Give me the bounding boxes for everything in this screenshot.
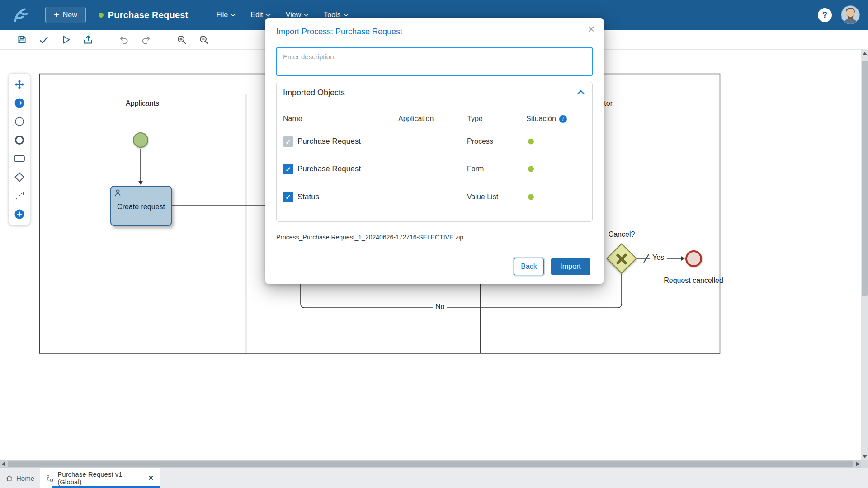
vertical-scrollbar[interactable] <box>861 50 868 460</box>
info-icon[interactable]: i <box>559 115 567 123</box>
active-tab-indicator <box>52 486 160 488</box>
start-event-tool[interactable] <box>12 114 27 129</box>
table-row: ✓ Purchase Request Process <box>277 128 592 155</box>
process-icon <box>46 474 53 482</box>
import-file-name: Process_Purchase Request_1_20240626-1727… <box>276 234 463 241</box>
row-name: Status <box>297 192 319 202</box>
tab-close-icon[interactable]: ✕ <box>148 474 154 482</box>
active-tab-label: Purchase Request v1 (Global) <box>57 470 144 486</box>
scroll-down-arrow[interactable] <box>863 455 867 458</box>
vertical-scroll-thumb[interactable] <box>862 61 868 296</box>
app-logo-icon[interactable] <box>11 5 30 24</box>
situation-label: Situación <box>526 115 556 123</box>
bottom-tab-bar: Home Purchase Request v1 (Global) ✕ <box>0 468 868 488</box>
zoom-out-button[interactable] <box>196 32 212 48</box>
row-type: Form <box>467 165 484 173</box>
app-window: + New Purchase Request File Edit View To… <box>0 0 868 488</box>
status-dot <box>528 194 534 200</box>
chevron-up-icon <box>577 90 585 95</box>
row-checkbox[interactable]: ✓ <box>283 164 293 174</box>
publish-button[interactable] <box>80 32 96 48</box>
table-row: ✓ Status Value List <box>277 183 592 211</box>
scroll-left-arrow[interactable] <box>2 462 5 466</box>
scroll-up-arrow[interactable] <box>863 52 867 55</box>
zoom-out-icon <box>198 34 209 45</box>
save-button[interactable] <box>14 32 30 48</box>
column-header-type: Type <box>467 115 483 123</box>
undo-button[interactable] <box>116 32 132 48</box>
end-event-node[interactable] <box>685 250 702 267</box>
scrollbar-corner <box>861 460 868 468</box>
imported-objects-panel: Imported Objects Name Application Type S… <box>276 82 593 222</box>
task-tool[interactable] <box>12 151 27 166</box>
rounded-rect-icon <box>14 154 25 164</box>
shape-palette <box>9 74 30 225</box>
arrow-circle-icon <box>14 98 25 108</box>
play-icon <box>61 34 71 45</box>
zoom-in-button[interactable] <box>174 32 190 48</box>
row-type: Value List <box>467 193 498 201</box>
task-create-request[interactable]: Create request <box>110 186 172 226</box>
column-header-situation: Situación i <box>526 115 567 123</box>
gateway-cancel-node[interactable] <box>606 243 637 274</box>
diamond-icon <box>14 172 25 183</box>
menu-file[interactable]: File <box>216 11 236 19</box>
end-event-tool[interactable] <box>12 133 27 147</box>
menu-file-label: File <box>216 11 228 19</box>
connector-icon <box>14 190 25 201</box>
home-icon <box>5 474 13 482</box>
chevron-down-icon <box>266 14 271 17</box>
import-button[interactable]: Import <box>551 258 590 275</box>
new-button[interactable]: + New <box>45 7 86 23</box>
chevron-down-icon <box>304 14 309 17</box>
user-avatar[interactable] <box>841 5 860 24</box>
chevron-down-icon <box>344 14 349 17</box>
user-task-icon <box>114 189 123 199</box>
row-checkbox-disabled: ✓ <box>283 136 293 147</box>
collapse-panel-button[interactable] <box>577 90 585 95</box>
dialog-title: Import Process: Purchase Request <box>276 27 402 37</box>
export-icon <box>83 34 94 45</box>
start-event-node[interactable] <box>133 132 148 148</box>
new-button-label: New <box>63 11 77 19</box>
move-tool[interactable] <box>12 77 27 92</box>
tab-purchase-request[interactable]: Purchase Request v1 (Global) ✕ <box>40 468 160 488</box>
horizontal-scroll-thumb[interactable] <box>8 461 853 467</box>
panel-title: Imported Objects <box>283 88 345 98</box>
thin-circle-icon <box>14 116 25 127</box>
zoom-in-icon <box>176 34 187 45</box>
status-dot <box>528 139 534 145</box>
check-icon <box>38 34 49 45</box>
move-icon <box>14 79 25 90</box>
lane-label-applicants: Applicants <box>97 99 188 108</box>
header-right: ? <box>818 5 860 24</box>
tab-home[interactable]: Home <box>0 468 40 488</box>
add-shape-tool[interactable] <box>12 207 27 221</box>
status-dot <box>528 166 534 172</box>
menu-edit-label: Edit <box>250 11 263 19</box>
run-button[interactable] <box>58 32 74 48</box>
plus-circle-icon <box>14 209 25 220</box>
sequence-flow-tool[interactable] <box>12 96 27 110</box>
help-button[interactable]: ? <box>818 8 832 22</box>
scroll-right-arrow[interactable] <box>856 462 859 466</box>
undo-icon <box>118 34 129 45</box>
column-header-name: Name <box>283 115 302 123</box>
gateway-tool[interactable] <box>12 170 27 184</box>
annotation-tool[interactable] <box>12 188 27 203</box>
end-event-label: Request cancelled <box>644 277 743 285</box>
save-icon <box>17 34 27 45</box>
horizontal-scrollbar[interactable] <box>0 460 861 468</box>
row-checkbox[interactable]: ✓ <box>283 192 293 202</box>
description-input[interactable] <box>276 47 593 76</box>
redo-button[interactable] <box>138 32 154 48</box>
close-icon[interactable]: × <box>588 23 594 35</box>
task-label: Create request <box>111 203 171 211</box>
chevron-down-icon <box>231 14 236 17</box>
back-button[interactable]: Back <box>514 258 544 275</box>
toolbar-divider <box>222 34 222 46</box>
toolbar-divider <box>106 34 106 46</box>
edge-label-yes: Yes <box>650 253 667 262</box>
validate-button[interactable] <box>36 32 52 48</box>
redo-icon <box>141 34 151 45</box>
